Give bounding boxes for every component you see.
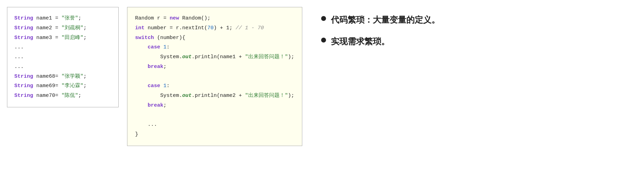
code-blank2 — [135, 110, 294, 120]
kw-string-68: String — [14, 74, 36, 79]
bullet-dot-1 — [321, 16, 326, 21]
str-3: "田启峰" — [61, 35, 83, 41]
code-int: int number = r.nextInt(70) + 1; // 1 - 7… — [135, 23, 294, 33]
varname-3: name3 = — [36, 35, 61, 41]
varname-70: name70= — [36, 93, 61, 99]
bullet-text-1: 代码繁琐：大量变量的定义。 — [331, 14, 440, 26]
code-blank1 — [135, 72, 294, 82]
kw-string-1: String — [14, 15, 36, 21]
code-random: Random r = new Random(); — [135, 14, 294, 23]
code-line-1: String name1 = "张誉"; — [14, 14, 111, 23]
code-println1: System.out.println(name1 + "出来回答问题！"); — [135, 52, 294, 62]
kw-string-2: String — [14, 25, 36, 31]
bullet-panel: 代码繁琐：大量变量的定义。 实现需求繁琐。 — [311, 7, 637, 54]
str-2: "刘疏桐" — [61, 25, 83, 31]
kw-string-3: String — [14, 35, 36, 41]
bullet-item-2: 实现需求繁琐。 — [321, 36, 627, 47]
kw-string-70: String — [14, 93, 36, 99]
str-69: "李沁霖" — [61, 83, 83, 89]
code-close-brace: } — [135, 130, 294, 139]
code-line-3: String name3 = "田启峰"; — [14, 33, 111, 43]
code-break1: break; — [135, 62, 294, 72]
right-code-panel: Random r = new Random(); int number = r.… — [127, 7, 302, 146]
ellipsis-3: ... — [14, 62, 111, 72]
str-68: "张学颖" — [61, 74, 83, 79]
varname-1: name1 = — [36, 15, 61, 21]
code-line-2: String name2 = "刘疏桐"; — [14, 23, 111, 33]
code-case1: case 1: — [135, 43, 294, 52]
code-ellipsis-switch: ... — [135, 120, 294, 130]
ellipsis-2: ... — [14, 52, 111, 62]
code-line-68: String name68= "张学颖"; — [14, 72, 111, 82]
code-line-70: String name70= "陈侃"; — [14, 91, 111, 101]
code-line-69: String name69= "李沁霖"; — [14, 81, 111, 91]
bullet-text-2: 实现需求繁琐。 — [331, 36, 390, 47]
left-code-panel: String name1 = "张誉"; String name2 = "刘疏桐… — [7, 7, 119, 107]
bullet-dot-2 — [321, 38, 326, 43]
varname-68: name68= — [36, 74, 61, 79]
kw-string-69: String — [14, 83, 36, 89]
str-70: "陈侃" — [61, 93, 78, 99]
code-switch: switch (number){ — [135, 33, 294, 43]
varname-69: name69= — [36, 83, 61, 89]
code-case2: case 1: — [135, 81, 294, 91]
varname-2: name2 = — [36, 25, 61, 31]
code-println2: System.out.println(name2 + "出来回答问题！"); — [135, 91, 294, 101]
bullet-item-1: 代码繁琐：大量变量的定义。 — [321, 14, 627, 26]
ellipsis-1: ... — [14, 43, 111, 52]
str-1: "张誉" — [61, 15, 78, 21]
code-break2: break; — [135, 101, 294, 110]
